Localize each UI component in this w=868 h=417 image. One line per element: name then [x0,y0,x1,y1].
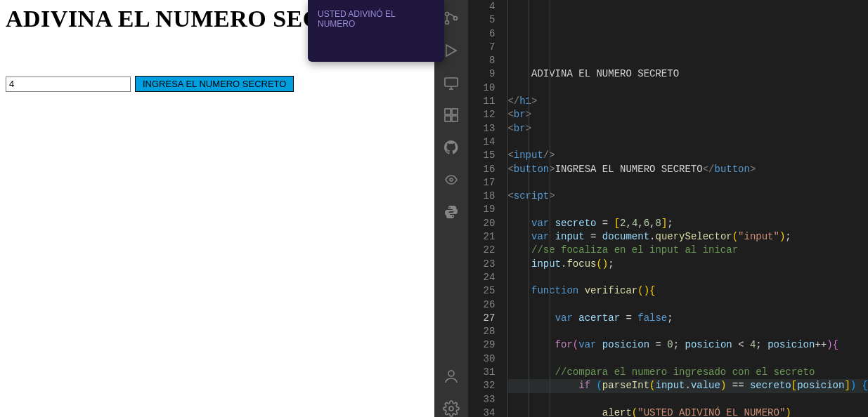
line-number: 25 [468,284,495,298]
svg-rect-7 [452,116,458,121]
code-line[interactable]: function verificar(){ [507,284,868,298]
line-number: 34 [468,406,495,417]
code-line[interactable]: var input = document.querySelector("inpu… [507,230,868,244]
svg-point-2 [454,17,458,20]
line-number: 21 [468,230,495,244]
submit-button[interactable]: INGRESA EL NUMERO SECRETO [135,76,294,92]
line-number: 19 [468,203,495,216]
line-number: 32 [468,379,495,392]
line-number: 13 [468,122,495,135]
line-number: 23 [468,258,495,271]
line-number: 5 [468,13,495,27]
remote-explorer-icon[interactable] [443,74,460,91]
code-line[interactable]: <br> [507,122,868,135]
svg-point-8 [450,178,453,181]
code-line[interactable]: for(var posicion = 0; posicion < 4; posi… [507,338,868,352]
code-line[interactable]: if (parseInt(input.value) == secreto[pos… [507,379,868,392]
line-number: 14 [468,135,495,149]
line-number: 11 [468,95,495,108]
svg-rect-6 [445,116,451,121]
code-line[interactable] [507,176,868,190]
code-line[interactable] [507,325,868,338]
line-number-gutter: 4567891011121314151617181920212223242526… [468,0,507,417]
line-number: 12 [468,108,495,121]
accounts-icon[interactable] [443,368,460,385]
svg-point-0 [446,13,449,16]
source-control-icon[interactable] [443,10,460,27]
line-number: 29 [468,338,495,352]
code-line[interactable]: <input/> [507,149,868,162]
run-debug-icon[interactable] [443,42,460,59]
svg-point-9 [448,371,454,376]
preview-form: INGRESA EL NUMERO SECRETO [6,76,429,92]
code-content[interactable]: ADIVINA EL NUMERO SECRETO </h1><br><br> … [507,0,868,417]
line-number: 22 [468,244,495,257]
code-line[interactable]: //compara el numero ingresado con el sec… [507,366,868,379]
code-editor[interactable]: 4567891011121314151617181920212223242526… [468,0,868,417]
line-number: 4 [468,0,495,13]
alert-banner[interactable]: USTED ADIVINÓ EL NUMERO [308,0,444,62]
line-number: 6 [468,27,495,41]
code-line[interactable]: <script> [507,190,868,203]
line-number: 17 [468,176,495,190]
line-number: 24 [468,271,495,284]
code-line[interactable] [507,271,868,284]
code-line[interactable]: <button>INGRESA EL NUMERO SECRETO</butto… [507,163,868,176]
code-line[interactable]: input.focus(); [507,258,868,271]
line-number: 28 [468,325,495,338]
github-icon[interactable] [443,139,460,156]
line-number: 18 [468,190,495,203]
line-number: 9 [468,67,495,81]
vscode-editor: 4567891011121314151617181920212223242526… [434,0,868,417]
number-input[interactable] [6,77,131,92]
line-number: 8 [468,54,495,67]
activity-bar [434,0,468,417]
svg-point-1 [446,21,449,25]
alert-message: USTED ADIVINÓ EL NUMERO [318,9,434,29]
live-share-icon[interactable] [443,171,460,188]
svg-point-10 [449,406,453,411]
line-number: 33 [468,393,495,406]
line-number: 10 [468,81,495,95]
line-number: 20 [468,217,495,230]
code-line[interactable]: var secreto = [2,4,6,8]; [507,217,868,230]
code-line[interactable]: var acertar = false; [507,312,868,325]
code-line[interactable]: ADIVINA EL NUMERO SECRETO [507,67,868,81]
line-number: 27 [468,312,495,325]
extensions-icon[interactable] [443,107,460,124]
line-number: 15 [468,149,495,162]
line-number: 26 [468,298,495,312]
settings-gear-icon[interactable] [443,400,460,417]
code-line[interactable] [507,352,868,366]
line-number: 31 [468,366,495,379]
code-line[interactable] [507,81,868,95]
code-line[interactable]: </h1> [507,95,868,108]
code-line[interactable] [507,203,868,216]
svg-rect-4 [445,109,451,114]
code-line[interactable] [507,298,868,312]
python-icon[interactable] [443,204,460,220]
code-line[interactable]: <br> [507,108,868,121]
svg-rect-5 [452,109,458,114]
browser-preview-panel: ADIVINA EL NUMERO SECRETO INGRESA EL NUM… [0,0,434,417]
code-line[interactable]: alert("USTED ADIVINÓ EL NUMERO") [507,406,868,417]
line-number: 7 [468,41,495,54]
svg-rect-3 [445,78,458,86]
line-number: 30 [468,352,495,366]
vertical-scrollbar[interactable] [858,0,868,417]
line-number: 16 [468,163,495,176]
code-line[interactable] [507,135,868,149]
code-line[interactable] [507,393,868,406]
code-line[interactable]: //se focaliza en el input al inicar [507,244,868,257]
